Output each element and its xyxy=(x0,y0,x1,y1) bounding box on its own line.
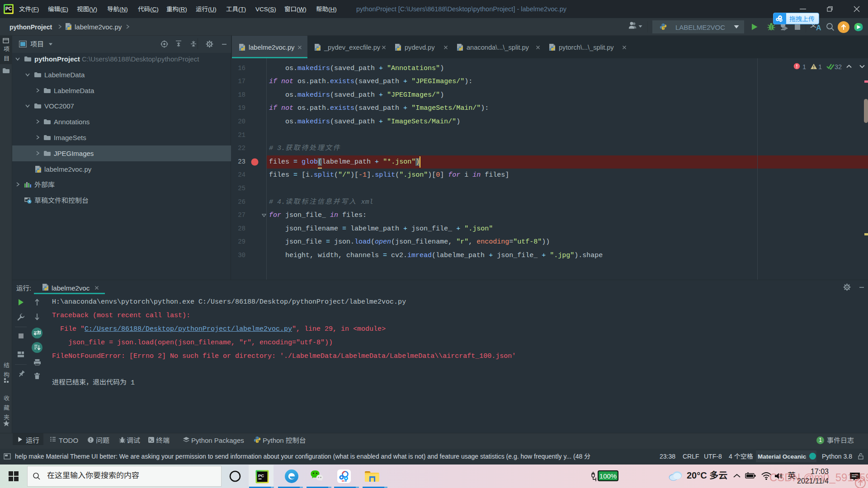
svg-text:PC: PC xyxy=(258,473,264,478)
